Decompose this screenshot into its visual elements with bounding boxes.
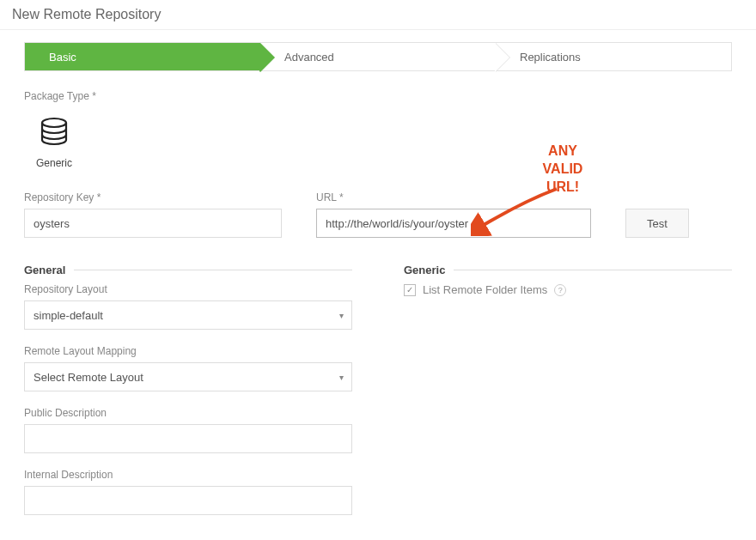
divider: [454, 270, 732, 270]
test-button[interactable]: Test: [625, 209, 689, 238]
list-remote-label: List Remote Folder Items: [423, 283, 547, 296]
annotation-text: ANY VALID URL!: [533, 143, 593, 196]
step-label: Basic: [49, 51, 76, 64]
public-description-input[interactable]: [24, 424, 352, 453]
remote-layout-select[interactable]: [24, 362, 352, 391]
step-advanced[interactable]: Advanced: [260, 43, 496, 70]
url-input[interactable]: [316, 209, 591, 238]
step-replications[interactable]: Replications: [496, 43, 731, 70]
remote-layout-label: Remote Layout Mapping: [24, 345, 352, 357]
page-title: New Remote Repository: [0, 0, 756, 30]
annotation-line1: ANY: [533, 143, 593, 161]
package-type-label: Package Type *: [24, 90, 732, 102]
wizard-stepper: Basic Advanced Replications: [24, 42, 732, 71]
step-label: Advanced: [284, 51, 334, 64]
public-description-label: Public Description: [24, 407, 352, 419]
section-generic-title: Generic: [404, 264, 454, 276]
divider: [74, 270, 352, 270]
svg-point-0: [42, 118, 66, 127]
repository-layout-label: Repository Layout: [24, 283, 352, 295]
step-label: Replications: [520, 51, 581, 64]
database-icon: [37, 116, 71, 150]
repository-key-input[interactable]: [24, 209, 282, 238]
package-type-caption: Generic: [36, 157, 72, 169]
repository-key-label: Repository Key *: [24, 191, 282, 203]
internal-description-label: Internal Description: [24, 469, 352, 481]
list-remote-checkbox[interactable]: ✓: [404, 284, 416, 296]
step-basic[interactable]: Basic: [25, 43, 260, 70]
annotation-line3: URL!: [533, 179, 593, 197]
package-type-generic[interactable]: Generic: [24, 116, 84, 169]
repository-layout-select[interactable]: [24, 300, 352, 330]
internal-description-input[interactable]: [24, 486, 352, 515]
section-general-title: General: [24, 264, 74, 276]
help-icon[interactable]: ?: [554, 284, 566, 296]
annotation-line2: VALID: [533, 161, 593, 179]
